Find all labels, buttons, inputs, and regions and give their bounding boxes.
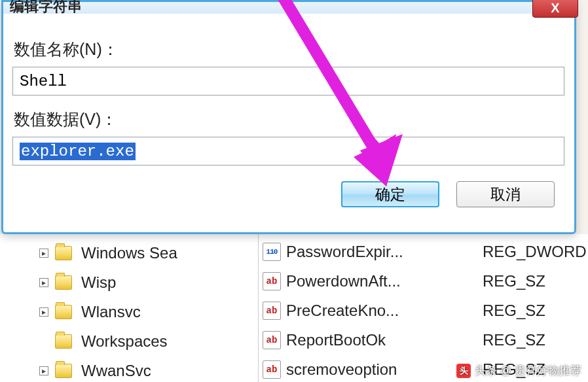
reg-sz-icon: ab [263,360,281,379]
folder-icon [55,246,72,260]
value-name: PasswordExpir... [286,243,483,261]
value-name: PreCreateKno... [286,302,483,320]
folder-icon [55,334,72,349]
expand-icon[interactable]: ▸ [39,307,48,317]
ok-button-label: 确定 [375,184,405,205]
value-type: REG_SZ [483,272,588,290]
tree-item[interactable]: ▸ WwanSvc [0,356,258,382]
value-type: REG_DWORD [483,243,588,261]
close-button[interactable]: X [532,0,578,18]
tree-item[interactable]: ▸ Windows Sea [0,238,258,268]
tree-item-label: Windows Sea [81,244,177,262]
value-name: PowerdownAft... [286,272,483,290]
folder-icon [55,364,72,378]
close-icon: X [551,1,559,16]
value-name-text: Shell [20,73,67,90]
dialog-titlebar[interactable]: 编辑字符串 X [3,2,574,14]
value-type: REG_SZ [483,302,588,320]
value-name-label: 数值名称(N)： [14,39,565,60]
reg-sz-icon: ab [263,272,281,290]
ok-button[interactable]: 确定 [341,181,439,207]
dialog-title: 编辑字符串 [10,0,82,16]
expand-icon[interactable]: ▸ [39,249,48,258]
tree-item-label: Workspaces [81,332,168,351]
value-name-input[interactable]: Shell [12,67,564,95]
watermark-text: 头条 @ 贵祥好物推荐 [475,363,581,378]
folder-icon [55,305,72,319]
expand-icon[interactable]: ▸ [39,366,48,375]
value-data-text: explorer.exe [20,143,136,160]
table-row[interactable]: ab ReportBootOk REG_SZ [259,325,588,355]
tree-item[interactable]: ▸ Wlansvc [0,297,258,326]
tree-item-label: Wlansvc [81,303,141,321]
tree-item-label: Wisp [81,273,116,292]
value-data-label: 数值数据(V)： [14,109,565,130]
registry-editor: ▸ Windows Sea ▸ Wisp ▸ Wlansvc Workspace… [0,234,588,382]
tree-item[interactable]: ▸ Wisp [0,268,258,297]
table-row[interactable]: ab PowerdownAft... REG_SZ [259,266,588,296]
registry-value-list[interactable]: 110 PasswordExpir... REG_DWORD ab Powerd… [259,234,588,382]
tree-item[interactable]: Workspaces [0,326,258,356]
cancel-button[interactable]: 取消 [456,181,555,207]
table-row[interactable]: 110 PasswordExpir... REG_DWORD [259,237,588,266]
value-data-input[interactable]: explorer.exe [12,137,564,165]
dialog-body: 数值名称(N)： Shell 数值数据(V)： explorer.exe 确定 … [3,14,574,214]
dialog-button-row: 确定 取消 [12,165,565,207]
registry-tree[interactable]: ▸ Windows Sea ▸ Wisp ▸ Wlansvc Workspace… [0,234,259,382]
expand-icon[interactable]: ▸ [39,278,48,287]
watermark-logo-icon: 头 [456,364,471,378]
tree-item-label: WwanSvc [81,362,151,380]
reg-sz-icon: ab [263,302,281,320]
watermark: 头 头条 @ 贵祥好物推荐 [456,363,581,378]
edit-string-dialog: 编辑字符串 X 数值名称(N)： Shell 数值数据(V)： explorer… [1,0,576,234]
value-name: ReportBootOk [286,331,483,349]
table-row[interactable]: ab PreCreateKno... REG_SZ [259,296,588,325]
value-type: REG_SZ [483,331,588,349]
folder-icon [55,275,72,290]
reg-sz-icon: ab [263,331,281,349]
value-name: scremoveoption [286,360,483,379]
reg-dword-icon: 110 [263,243,281,261]
cancel-button-label: 取消 [490,184,521,205]
